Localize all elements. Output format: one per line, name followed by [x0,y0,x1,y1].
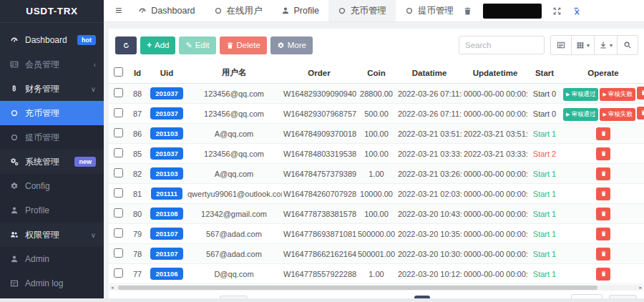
fullscreen-search-button[interactable] [617,35,638,55]
approve-button[interactable]: ▶审核通过 [563,108,598,121]
search-input[interactable] [459,36,545,54]
chevron-down-icon: ∨ [91,85,96,93]
row-checkbox[interactable] [114,188,123,198]
chevron-down-icon: ▾ [610,42,613,49]
sidebar-item[interactable]: Admin log [0,271,104,296]
topnav-item[interactable]: 提币管理 [396,0,463,21]
sidebar-item[interactable]: 系统管理new [0,150,104,174]
card-view-button[interactable] [550,35,572,55]
table-row: 79201107567@adad.comW1647786938710818500… [109,224,644,244]
brand-title: USDT-TRX [0,0,104,23]
row-select-cell [109,164,127,184]
row-delete-button[interactable] [596,268,610,281]
sidebar-item[interactable]: Dashboardhot [0,28,104,52]
start-status: Start 0 [533,89,556,98]
username-cell: A@qq.com [186,124,282,144]
fail-button[interactable]: ▶审核失败 [600,88,635,101]
operate-cell [561,144,644,164]
row-delete-button[interactable] [637,107,644,120]
id-cell: 77 [127,264,147,284]
start-status: Start 1 [533,170,556,178]
start-cell: Start 0 [528,84,561,104]
columns-button[interactable]: ▾ [571,35,595,55]
row-checkbox[interactable] [114,148,123,157]
export-button[interactable]: ▾ [594,35,618,55]
updatetime-cell: 0000-00-00 00:00:00 [462,244,528,264]
row-delete-button[interactable] [637,87,644,99]
id-cell: 81 [127,184,147,204]
row-checkbox[interactable] [114,168,123,177]
row-select-cell [109,244,127,264]
table-toolbar: +Add ✎Edit Delete More ▾ ▾ [109,29,644,62]
coin-cell: 500.00 [356,104,396,124]
excel-icon[interactable] [572,6,582,16]
horizontal-scrollbar[interactable]: ◂ ▸ [109,285,643,291]
sidebar-item[interactable]: 权限管理∨ [0,223,104,247]
select-all-checkbox[interactable] [114,67,123,77]
sidebar-item[interactable]: Profile [0,198,104,223]
updatetime-cell: 0000-00-00 00:00:00 [462,104,528,124]
row-checkbox[interactable] [114,128,123,137]
sidebar-item[interactable]: 会员管理‹ [0,52,104,77]
sidebar-item[interactable]: 提币管理 [0,125,104,150]
row-delete-button[interactable] [596,127,610,140]
edit-button[interactable]: ✎Edit [179,36,215,54]
sidebar: USDT-TRX Dashboardhot会员管理‹财务管理∨充币管理提币管理系… [0,0,104,302]
scrollbar-thumb[interactable] [118,286,597,290]
delete-button[interactable]: Delete [220,36,267,54]
play-icon: ▶ [602,92,606,97]
table-row: 87201037123456@qq.comW164829307968757550… [109,104,644,124]
card-view-icon [557,41,565,49]
trash-icon [226,42,234,49]
sidebar-item[interactable]: Config [0,174,104,198]
row-checkbox[interactable] [114,228,123,238]
row-delete-button[interactable] [596,147,610,160]
uid-cell: 201037 [147,104,186,124]
more-button[interactable]: More [270,36,313,54]
row-checkbox[interactable] [114,268,123,278]
column-header: Datatime [396,62,462,84]
table-row: 77201106D@qq.comW16477855792228831.00202… [109,264,644,284]
row-delete-button[interactable] [596,187,610,200]
start-cell: Start 0 [528,104,561,124]
coin-cell: 28800.00 [356,84,396,104]
approve-button[interactable]: ▶审核通过 [563,88,598,101]
topnav-item[interactable]: 充币管理 [328,0,396,21]
scroll-right-icon[interactable]: ▸ [639,285,642,291]
refresh-button[interactable] [115,36,137,54]
content-card: +Add ✎Edit Delete More ▾ ▾ IdUid用户名Order… [109,29,644,302]
uid-cell: 201103 [147,164,186,184]
sidebar-item[interactable]: 充币管理 [0,101,104,125]
updatetime-cell: 0000-00-00 00:00:00 [462,204,528,224]
hot-badge: hot [77,35,96,45]
circle-icon [8,109,20,117]
circle-icon [338,6,346,15]
row-checkbox[interactable] [114,248,123,258]
trash-icon[interactable] [463,6,472,16]
row-delete-button[interactable] [596,228,610,240]
topnav-item[interactable]: Dashboard [129,0,204,21]
scroll-left-icon[interactable]: ◂ [111,285,114,291]
row-checkbox[interactable] [114,88,123,97]
trash-icon [600,230,607,237]
add-button[interactable]: +Add [140,36,175,54]
row-checkbox[interactable] [114,208,123,218]
row-delete-button[interactable] [596,248,610,260]
uid-cell: 201106 [147,264,186,284]
menu-toggle-icon[interactable]: ≡ [108,4,129,17]
row-delete-button[interactable] [596,167,610,180]
table-row: 81201111qwertyu99061@outlook.comW1647842… [109,184,644,204]
sidebar-item[interactable]: Admin [0,247,104,271]
datatime-cell: 2022-03-20 10:30:21 [396,244,462,264]
fail-button[interactable]: ▶审核失败 [600,108,635,121]
topnav-item[interactable]: Profile [272,0,328,21]
username-cell: 123456@qq.com [186,144,282,164]
fullscreen-icon[interactable] [552,6,562,16]
uid-cell: 201111 [147,184,186,204]
row-delete-button[interactable] [596,208,610,220]
row-select-cell [109,124,127,144]
sidebar-item[interactable]: 财务管理∨ [0,77,104,101]
topnav-item[interactable]: 在线用户 [205,0,272,21]
row-checkbox[interactable] [114,108,123,117]
start-status: Start 0 [533,109,556,118]
